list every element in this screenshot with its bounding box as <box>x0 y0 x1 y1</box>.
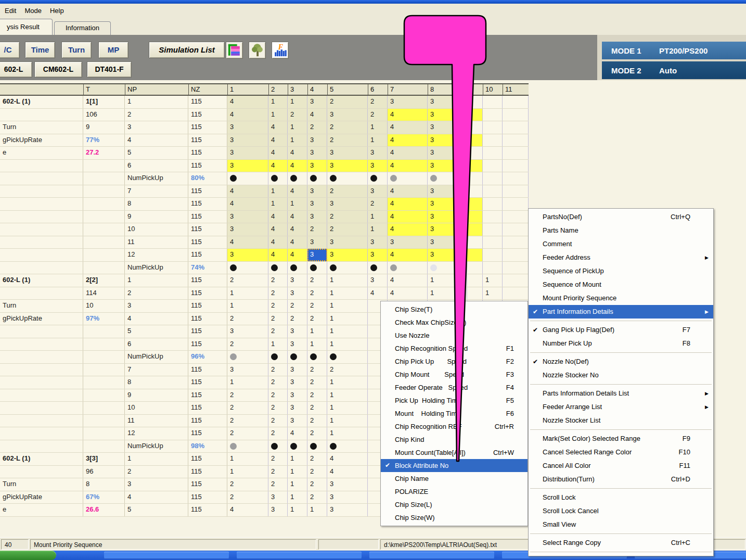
menu-item[interactable]: Check Max ChipSize(T) <box>381 316 528 329</box>
data-cell[interactable] <box>288 172 307 185</box>
color-layers-icon[interactable] <box>226 42 243 59</box>
data-cell[interactable]: 3 <box>307 236 327 249</box>
nz-cell[interactable]: 115 <box>188 364 227 376</box>
np-cell[interactable]: 1 <box>125 453 188 465</box>
data-cell[interactable]: 1 <box>288 134 307 147</box>
data-cell[interactable]: 2 <box>307 491 327 504</box>
data-cell[interactable]: 3 <box>368 160 388 172</box>
menu-item[interactable]: ✔Block Attribute No <box>381 459 528 472</box>
data-cell[interactable] <box>467 96 483 108</box>
np-cell[interactable]: 7 <box>125 364 188 376</box>
menu-item[interactable]: Cancel Selected Range ColorF10 <box>529 446 713 459</box>
machine-tab-cm602l[interactable]: CM602-L <box>34 61 82 78</box>
row-label-cell[interactable] <box>0 364 83 376</box>
data-cell[interactable]: 2 <box>307 274 327 287</box>
column-header[interactable]: 1 <box>227 84 268 95</box>
data-cell[interactable] <box>503 134 529 147</box>
data-cell[interactable] <box>227 440 268 453</box>
data-cell[interactable] <box>483 172 503 185</box>
data-cell[interactable] <box>503 198 529 210</box>
data-cell[interactable]: 3 <box>327 478 368 491</box>
np-cell[interactable]: 10 <box>125 402 188 414</box>
data-cell[interactable] <box>268 351 288 363</box>
nz-cell[interactable]: 115 <box>188 121 227 134</box>
t-cell[interactable]: 2[2] <box>83 274 125 287</box>
t-cell[interactable] <box>83 172 125 185</box>
data-cell[interactable]: 3 <box>307 96 327 108</box>
data-cell[interactable]: 3 <box>307 198 327 210</box>
data-cell[interactable]: 4 <box>288 211 307 223</box>
menu-item[interactable]: Scroll Lock Cancel <box>529 504 713 518</box>
menu-item[interactable]: Mount Priority Sequence <box>529 291 713 305</box>
data-cell[interactable] <box>483 121 503 134</box>
data-cell[interactable]: 3 <box>368 236 388 249</box>
np-cell[interactable]: 4 <box>125 491 188 504</box>
data-cell[interactable]: 2 <box>327 121 368 134</box>
data-cell[interactable] <box>503 185 529 198</box>
t-cell[interactable]: 97% <box>83 313 125 325</box>
menu-item[interactable]: Sequence of Mount <box>529 278 713 291</box>
row-label-cell[interactable]: gPickUpRate <box>0 134 83 147</box>
data-cell[interactable]: 1 <box>227 376 268 389</box>
data-cell[interactable]: 3 <box>288 325 307 338</box>
data-cell[interactable]: 1 <box>483 274 503 287</box>
data-cell[interactable]: 4 <box>388 287 428 300</box>
data-cell[interactable]: 2 <box>268 478 288 491</box>
data-cell[interactable]: 3 <box>307 185 327 198</box>
menu-item[interactable]: Cancel All ColorF11 <box>529 459 713 473</box>
data-cell[interactable]: 1 <box>327 376 368 389</box>
t-cell[interactable] <box>83 402 125 414</box>
t-cell[interactable]: 77% <box>83 134 125 147</box>
data-cell[interactable]: 4 <box>288 147 307 159</box>
data-cell[interactable]: 3 <box>307 134 327 147</box>
data-cell[interactable]: 1 <box>483 287 503 300</box>
data-cell[interactable]: 3 <box>307 147 327 159</box>
data-cell[interactable]: 1 <box>368 211 388 223</box>
t-cell[interactable] <box>83 185 125 198</box>
data-cell[interactable]: 3 <box>227 160 268 172</box>
data-cell[interactable]: 1 <box>307 504 327 516</box>
data-cell[interactable]: 3 <box>227 211 268 223</box>
column-header[interactable]: 5 <box>327 84 368 95</box>
menu-item[interactable]: Chip Size(W) <box>381 511 528 524</box>
nz-cell[interactable]: 115 <box>188 478 227 491</box>
data-cell[interactable]: 4 <box>227 198 268 210</box>
data-cell[interactable] <box>467 160 483 172</box>
menu-item[interactable]: Chip Name <box>381 472 528 485</box>
data-cell[interactable]: 3 <box>327 491 368 504</box>
data-cell[interactable]: 2 <box>368 96 388 108</box>
np-cell[interactable]: 6 <box>125 160 188 172</box>
data-cell[interactable] <box>483 211 503 223</box>
data-cell[interactable]: 1 <box>227 453 268 465</box>
data-cell[interactable] <box>227 351 268 363</box>
menu-item[interactable]: Chip Size(T) <box>381 303 528 316</box>
data-cell[interactable]: 1 <box>327 338 368 351</box>
data-cell[interactable]: 1 <box>327 300 368 312</box>
data-cell[interactable]: 3 <box>368 185 388 198</box>
data-cell[interactable]: 4 <box>327 466 368 478</box>
np-cell[interactable]: 4 <box>125 313 188 325</box>
data-cell[interactable]: 4 <box>268 134 288 147</box>
nz-cell[interactable]: 115 <box>188 427 227 440</box>
row-label-cell[interactable] <box>0 185 83 198</box>
data-cell[interactable]: 3 <box>388 236 428 249</box>
t-cell[interactable] <box>83 223 125 236</box>
nz-cell[interactable]: 115 <box>188 466 227 478</box>
t-cell[interactable] <box>83 364 125 376</box>
menu-item[interactable]: Parts Name <box>529 224 713 237</box>
data-cell[interactable]: 2 <box>227 313 268 325</box>
data-cell[interactable] <box>503 274 529 287</box>
t-cell[interactable] <box>83 376 125 389</box>
data-cell[interactable] <box>268 440 288 453</box>
data-cell[interactable] <box>467 109 483 121</box>
data-cell[interactable]: 3 <box>227 134 268 147</box>
menu-item[interactable]: Select Range CopyCtrl+C <box>529 536 713 550</box>
nz-cell[interactable]: 115 <box>188 96 227 108</box>
data-cell[interactable]: 3 <box>288 338 307 351</box>
data-cell[interactable]: 2 <box>327 96 368 108</box>
data-cell[interactable] <box>503 211 529 223</box>
data-cell[interactable]: 2 <box>327 134 368 147</box>
data-cell[interactable]: 1 <box>327 427 368 440</box>
data-cell[interactable] <box>483 236 503 249</box>
data-cell[interactable]: 4 <box>227 504 268 516</box>
